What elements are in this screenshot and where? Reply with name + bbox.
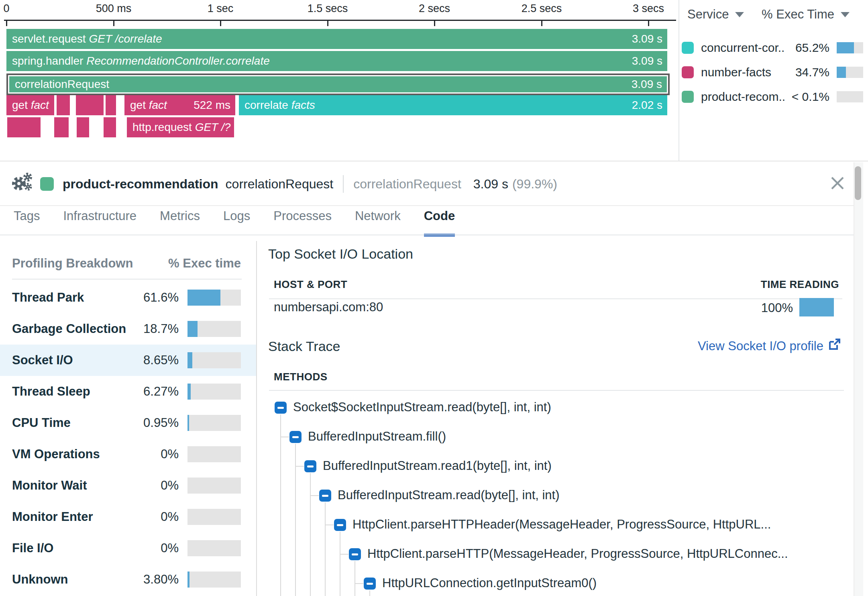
collapse-icon[interactable]: [275, 402, 287, 414]
tab-tags[interactable]: Tags: [14, 209, 40, 237]
tree-guide: [369, 590, 370, 596]
flame-span[interactable]: get fact522 ms: [124, 95, 235, 115]
legend-row[interactable]: number-facts34.7%: [679, 60, 863, 84]
profiling-row-bar-fill: [187, 572, 189, 588]
tree-connector: [295, 466, 304, 467]
profiling-row-bar-fill: [187, 321, 198, 337]
legend-header: Service % Exec Time: [679, 7, 859, 22]
axis-tick-mark: [327, 21, 328, 26]
flame-span[interactable]: [7, 117, 41, 137]
flame-span[interactable]: [77, 117, 89, 137]
collapse-icon[interactable]: [304, 460, 316, 472]
panel-divider: [0, 161, 868, 161]
flame-span[interactable]: [76, 95, 104, 115]
flame-span[interactable]: [104, 117, 116, 137]
socket-table-underline: [269, 298, 842, 299]
profiling-row-bar: [187, 509, 241, 525]
tab-infrastructure[interactable]: Infrastructure: [63, 209, 137, 237]
legend-row[interactable]: concurrent-cor...65.2%: [679, 35, 863, 60]
view-socket-profile-link[interactable]: View Socket I/O profile: [679, 339, 840, 354]
profiling-row-label: VM Operations: [12, 447, 130, 461]
axis-tick-mark: [648, 21, 649, 26]
flame-span[interactable]: [54, 117, 69, 137]
flame-span[interactable]: correlationRequest3.09 s: [8, 75, 668, 94]
legend-service-sort[interactable]: Service: [687, 7, 744, 22]
tree-connector: [280, 437, 289, 437]
flame-span-label: servlet.request GET /correlate: [12, 33, 162, 45]
tab-logs[interactable]: Logs: [223, 209, 250, 237]
profiling-row-label: Socket I/O: [12, 353, 130, 367]
profiling-row-bar: [187, 540, 241, 556]
flame-span[interactable]: servlet.request GET /correlate3.09 s: [6, 29, 667, 49]
profiling-row-bar-fill: [187, 384, 191, 400]
profiling-row-label: Thread Park: [12, 290, 130, 305]
profiling-row[interactable]: Socket I/O8.65%: [0, 345, 256, 376]
legend-exec-bar-fill: [837, 67, 846, 78]
flame-span[interactable]: [57, 95, 70, 115]
profiling-row[interactable]: Monitor Enter0%: [0, 501, 256, 533]
legend-row[interactable]: product-recom...< 0.1%: [679, 84, 863, 109]
profiling-row[interactable]: File I/O0%: [0, 533, 256, 564]
flame-span[interactable]: [106, 95, 116, 115]
tree-guide: [280, 414, 281, 596]
operation-name: correlationRequest: [226, 177, 334, 192]
time-reading-bar: [799, 298, 834, 316]
profiling-row[interactable]: CPU Time0.95%: [0, 407, 256, 439]
time-axis-line: [4, 20, 676, 21]
span-duration-pct: (99.9%): [512, 177, 557, 192]
apm-trace-view: 0500 ms1 sec1.5 secs2 secs2.5 secs3 secs…: [0, 0, 868, 596]
tab-metrics[interactable]: Metrics: [160, 209, 200, 237]
tab-network[interactable]: Network: [355, 209, 401, 237]
profiling-row-pct: 6.27%: [130, 384, 179, 399]
profiling-row[interactable]: VM Operations0%: [0, 439, 256, 470]
legend-exec-sort[interactable]: % Exec Time: [762, 7, 850, 22]
service-color-swatch: [682, 42, 694, 54]
legend-rows: concurrent-cor...65.2%number-facts34.7%p…: [679, 35, 863, 109]
profiling-row-bar: [187, 352, 241, 368]
collapse-icon[interactable]: [319, 490, 331, 502]
chevron-down-icon: [735, 12, 744, 17]
tab-processes[interactable]: Processes: [273, 209, 332, 237]
methods-col: METHODS: [274, 371, 328, 383]
legend-exec-pct: < 0.1%: [785, 90, 829, 104]
collapse-icon[interactable]: [289, 431, 302, 443]
profiling-row[interactable]: Unknown3.80%: [0, 564, 256, 595]
tree-connector: [310, 495, 319, 496]
profiling-row[interactable]: Garbage Collection18.7%: [0, 313, 256, 345]
flame-span-duration: 3.09 s: [632, 55, 662, 67]
scrollbar-thumb[interactable]: [855, 166, 861, 200]
legend-exec-bar: [837, 42, 863, 53]
flame-span[interactable]: correlate facts2.02 s: [239, 95, 667, 115]
profiling-row[interactable]: Monitor Wait0%: [0, 470, 256, 501]
flame-span-label: correlate facts: [245, 99, 315, 112]
tree-connector: [340, 554, 348, 555]
profiling-row-pct: 0%: [130, 510, 179, 524]
profiling-rows: Thread Park61.6%Garbage Collection18.7%S…: [0, 282, 256, 595]
flame-span-duration: 522 ms: [194, 99, 230, 112]
profiling-row-bar: [187, 290, 241, 306]
method-name: HttpURLConnection.getInputStream0(): [382, 576, 597, 590]
legend-exec-pct: 65.2%: [785, 41, 829, 55]
profiling-row[interactable]: Thread Sleep6.27%: [0, 376, 256, 407]
flame-span[interactable]: http.request GET /?: [127, 117, 234, 137]
legend-service-name: product-recom...: [701, 90, 785, 104]
profiling-row-bar: [187, 415, 241, 431]
method-name: HttpClient.parseHTTP(MessageHeader, Prog…: [367, 547, 788, 561]
axis-tick-mark: [113, 21, 114, 26]
collapse-icon[interactable]: [364, 578, 376, 590]
tab-code[interactable]: Code: [424, 209, 455, 237]
profiling-row-bar-fill: [187, 352, 192, 368]
close-icon[interactable]: [828, 173, 847, 193]
collapse-icon[interactable]: [349, 548, 361, 560]
axis-tick-mark: [6, 21, 7, 26]
profiling-row[interactable]: Thread Park61.6%: [0, 282, 256, 313]
service-name: product-recommendation: [63, 177, 218, 192]
profiling-row-bar: [187, 321, 241, 337]
collapse-icon[interactable]: [334, 519, 346, 531]
legend-exec-label: % Exec Time: [762, 7, 834, 22]
axis-tick-label: 2.5 secs: [522, 2, 562, 15]
tree-guide: [340, 532, 340, 596]
flame-span[interactable]: spring.handler RecommendationController.…: [6, 51, 667, 71]
flame-span[interactable]: get fact: [6, 95, 54, 115]
legend-exec-bar-fill: [837, 42, 854, 53]
